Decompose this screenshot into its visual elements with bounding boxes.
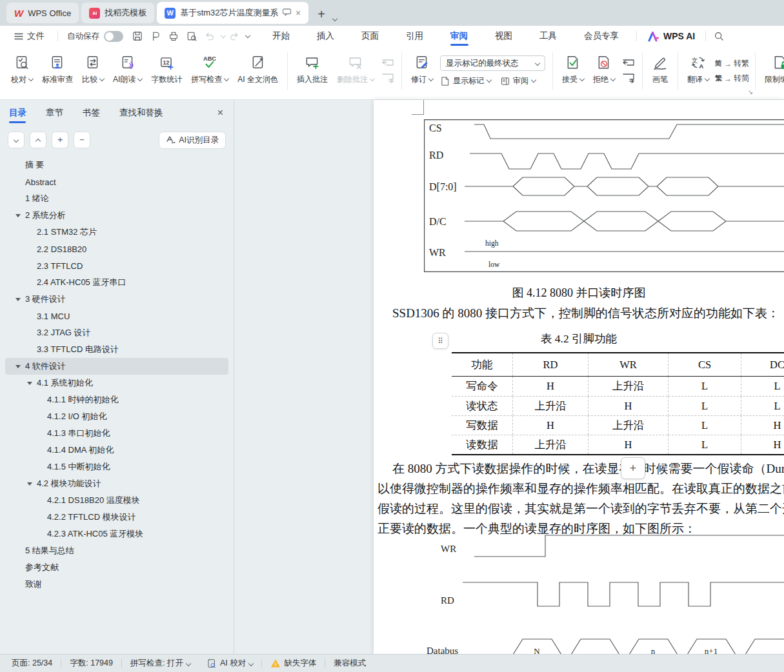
toc-item[interactable]: 致谢	[5, 576, 228, 593]
toc-item[interactable]: 4.1.5 中断初始化	[5, 459, 228, 475]
undo-button[interactable]	[201, 29, 219, 43]
toc-item[interactable]: 1 绪论	[5, 190, 228, 207]
compat-mode-indicator[interactable]: 兼容模式	[334, 658, 366, 669]
ai-proofread-status[interactable]: AI 校对	[206, 658, 253, 669]
toc-item[interactable]: 2.1 STM32 芯片	[5, 224, 228, 241]
collapse-all-button[interactable]	[30, 132, 46, 148]
search-button[interactable]	[710, 29, 728, 43]
toc-item[interactable]: 参考文献	[5, 559, 228, 576]
toc-item[interactable]: 4.2.1 DS18B20 温度模块	[5, 492, 228, 509]
zoom-in-toc-button[interactable]: ＋	[52, 132, 68, 148]
compare-button[interactable]: 比较	[77, 52, 108, 90]
missing-font-warning[interactable]: ! 缺失字体	[270, 658, 316, 669]
menu-item[interactable]: 会员专享	[584, 26, 619, 46]
collapse-arrow-icon[interactable]	[15, 298, 21, 301]
expand-all-button[interactable]	[8, 132, 25, 148]
print-preview-button[interactable]	[183, 29, 201, 43]
ai-read-aloud-button[interactable]: AI朗读	[108, 52, 146, 90]
page-indicator[interactable]: 页面: 25/34	[12, 658, 52, 669]
zoom-out-toc-button[interactable]: －	[74, 132, 90, 148]
menu-item[interactable]: 插入	[317, 26, 334, 46]
toc-item[interactable]: 4.2.3 ATK-HC05 蓝牙模块	[5, 526, 228, 542]
toc-item[interactable]: 2 系统分析	[5, 207, 228, 224]
wps-ai-button[interactable]: WPS AI	[641, 31, 701, 42]
restrict-editing-button[interactable]: 限制编辑	[760, 52, 784, 90]
spell-check-button[interactable]: ABC 拼写检查	[186, 52, 233, 90]
collapse-arrow-icon[interactable]	[15, 214, 21, 217]
save-button[interactable]	[128, 29, 146, 43]
next-change-icon[interactable]	[622, 74, 635, 84]
previous-comment-icon[interactable]	[381, 58, 394, 68]
toc-item[interactable]: 4.1.2 I/O 初始化	[5, 408, 228, 425]
menu-item[interactable]: 视图	[495, 26, 512, 46]
dialog-launcher-icon[interactable]: ↘	[748, 88, 753, 95]
close-tab-icon[interactable]: ×	[296, 8, 301, 18]
menu-item[interactable]: 页面	[361, 26, 379, 46]
insert-comment-button[interactable]: 插入批注	[292, 52, 332, 90]
simplified-to-traditional-button[interactable]: 简→ 转繁	[715, 58, 749, 69]
toc-item[interactable]: Abstract	[5, 173, 228, 190]
toc-item[interactable]: 4.1.1 时钟的初始化	[5, 391, 228, 408]
next-comment-icon[interactable]	[381, 74, 394, 84]
toc-item[interactable]: 3.3 TFTLCD 电路设计	[5, 341, 228, 358]
word-count-button[interactable]: 12 字数统计	[146, 52, 186, 90]
toc-item[interactable]: 5 结果与总结	[5, 542, 228, 559]
sidebar-tab[interactable]: 目录	[9, 100, 26, 126]
track-changes-button[interactable]: 修订	[407, 52, 437, 90]
markup-state-select[interactable]: 显示标记的最终状态	[440, 55, 545, 71]
toc-item[interactable]: 2.2 DS18B20	[5, 241, 228, 257]
insert-row-button[interactable]: +	[621, 457, 645, 479]
proofread-button[interactable]: 校对	[6, 52, 37, 90]
tab-docer-templates[interactable]: AI 找稻壳模板	[81, 3, 154, 23]
delete-comment-button[interactable]: 删除批注	[332, 52, 379, 90]
sidebar-tab[interactable]: 书签	[83, 100, 100, 126]
spell-check-status[interactable]: 拼写检查: 打开	[130, 658, 190, 669]
toc-item[interactable]: 摘 要	[5, 157, 228, 173]
toc-item[interactable]: 2.4 ATK-HC05 蓝牙串口	[5, 274, 228, 291]
redo-history-chevron-icon[interactable]	[245, 32, 250, 37]
traditional-to-simplified-button[interactable]: 繁→ 转简	[715, 73, 749, 84]
collapse-arrow-icon[interactable]	[27, 482, 32, 486]
ai-polish-button[interactable]: AI 全文润色	[233, 52, 283, 90]
menu-item[interactable]: 工具	[539, 26, 557, 46]
pin-function-table[interactable]: 功能 RD WR CS DC 写命令 H 上升沿 L L	[452, 352, 784, 455]
redo-button[interactable]	[225, 29, 243, 43]
autosave-control[interactable]: 自动保存	[62, 31, 128, 42]
toc-item[interactable]: 3 硬件设计	[5, 291, 228, 308]
export-pdf-button[interactable]	[146, 29, 165, 43]
autosave-toggle[interactable]	[104, 31, 123, 42]
previous-change-icon[interactable]	[622, 58, 635, 68]
menu-item[interactable]: 开始	[272, 26, 290, 46]
new-tab-button[interactable]: +	[317, 7, 325, 22]
toc-item[interactable]: 3.1 MCU	[5, 308, 228, 324]
menu-item[interactable]: 审阅	[450, 26, 468, 46]
translate-button[interactable]: 文A 翻译	[683, 52, 714, 90]
tab-wps-office[interactable]: W WPS Office	[6, 3, 79, 23]
reject-change-button[interactable]: 拒绝	[588, 52, 619, 90]
word-count-indicator[interactable]: 字数: 17949	[70, 658, 113, 669]
tab-list-chevron-icon[interactable]	[332, 16, 337, 21]
document-page[interactable]: CS RD D[7:0] D/C WR high low 图 4.12 8080…	[374, 100, 784, 654]
accept-change-button[interactable]: 接受	[558, 52, 588, 90]
toc-item[interactable]: 4.1.4 DMA 初始化	[5, 442, 228, 459]
toc-item[interactable]: 4.1.3 串口初始化	[5, 425, 228, 442]
sidebar-tab[interactable]: 查找和替换	[119, 100, 163, 126]
toc-item[interactable]: 3.2 JTAG 设计	[5, 324, 228, 341]
toc-item[interactable]: 4.1 系统初始化	[5, 375, 228, 391]
sidebar-tab[interactable]: 章节	[46, 100, 63, 126]
collapse-arrow-icon[interactable]	[27, 382, 32, 385]
toc-item[interactable]: 2.3 TFTLCD	[5, 257, 228, 274]
standard-review-button[interactable]: 标准审查	[37, 52, 77, 90]
toc-item[interactable]: 4 软件设计	[5, 358, 228, 375]
close-sidebar-icon[interactable]: ×	[217, 107, 223, 119]
toc-item[interactable]: 4.2.2 TFTLCD 模块设计	[5, 509, 228, 526]
ink-pen-button[interactable]: 画笔	[647, 52, 673, 90]
show-markup-button[interactable]: 显示标记	[440, 75, 491, 86]
file-menu[interactable]: 文件	[0, 30, 54, 42]
menu-item[interactable]: 引用	[406, 26, 423, 46]
toc-item[interactable]: 4.2 模块功能设计	[5, 475, 228, 492]
collapse-arrow-icon[interactable]	[15, 365, 21, 368]
comment-bubble-icon[interactable]	[282, 8, 292, 18]
ai-recognize-toc-button[interactable]: AI识别目录	[159, 132, 226, 149]
print-button[interactable]	[165, 29, 183, 43]
